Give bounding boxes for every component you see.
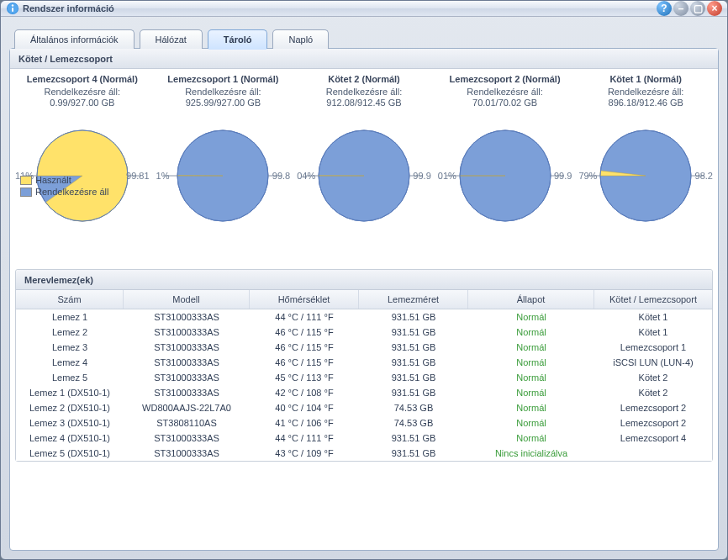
volume-card: Lemezcsoport 2 (Normál) Rendelkezésre ál… <box>438 74 572 259</box>
table-row[interactable]: Lemez 4ST31000333AS46 °C / 115 °F931.51 … <box>16 355 712 370</box>
table-row[interactable]: Lemez 4 (DX510-1)ST31000333AS44 °C / 111… <box>16 431 712 446</box>
hdd-cell-num: Lemez 2 <box>16 325 124 340</box>
volume-status: (Normál) <box>362 74 400 84</box>
hdd-grid-body: Lemez 1ST31000333AS44 °C / 111 °F931.51 … <box>16 309 712 461</box>
hdd-cell-vol: Kötet 2 <box>594 385 712 400</box>
pie-available-pct-label: 99.9 <box>413 171 430 181</box>
volume-available-value: 896.18/912.46 GB <box>578 98 713 108</box>
close-button[interactable]: × <box>707 1 722 16</box>
tab-t-rol-[interactable]: Tároló <box>208 29 268 49</box>
hdd-cell-vol: Kötet 1 <box>594 309 712 325</box>
legend-swatch-available <box>20 188 32 197</box>
hdd-cell-temp: 46 °C / 115 °F <box>250 340 359 355</box>
hdd-cell-model: ST31000333AS <box>124 309 250 325</box>
volume-available-value: 925.99/927.00 GB <box>156 98 291 108</box>
pie-chart: 01% 99.9 <box>438 113 572 239</box>
pie-chart: 79% 98.2 <box>578 113 713 239</box>
tab-panel-storage: Kötet / Lemezcsoport Lemezcsoport 4 (Nor… <box>9 48 719 551</box>
hdd-cell-size: 74.53 GB <box>359 400 468 415</box>
hdd-col-header[interactable]: Hőmérséklet <box>250 290 359 309</box>
hdd-grid-header: SzámModellHőmérsékletLemezméretÁllapotKö… <box>16 290 712 309</box>
svg-rect-2 <box>12 8 13 12</box>
hdd-col-header[interactable]: Állapot <box>468 290 594 309</box>
legend: Használt Rendelkezésre áll <box>20 175 108 198</box>
hdd-cell-num: Lemez 1 (DX510-1) <box>16 385 124 400</box>
hdd-cell-status: Normál <box>468 355 594 370</box>
hdd-cell-status: Normál <box>468 385 594 400</box>
volumes-section-header: Kötet / Lemezcsoport <box>10 49 718 69</box>
hdd-cell-model: ST31000333AS <box>124 325 250 340</box>
hdd-col-header[interactable]: Kötet / Lemezcsoport <box>594 290 712 309</box>
pie-available-pct-label: 99.8 <box>272 171 290 181</box>
hdd-cell-num: Lemez 5 <box>16 370 124 385</box>
hdd-cell-temp: 41 °C / 106 °F <box>250 415 359 431</box>
volume-available-label: Rendelkezésre áll: <box>156 87 291 97</box>
tab-napl-[interactable]: Napló <box>272 29 329 49</box>
hdd-cell-status: Normál <box>468 415 594 431</box>
pie-available-pct-label: 99.81 <box>126 171 150 181</box>
hdd-cell-size: 931.51 GB <box>359 385 468 400</box>
volume-available-label: Rendelkezésre áll: <box>297 87 431 97</box>
table-row[interactable]: Lemez 3ST31000333AS46 °C / 115 °F931.51 … <box>16 340 712 355</box>
legend-swatch-used <box>20 176 32 185</box>
hdd-cell-temp: 43 °C / 109 °F <box>250 446 359 461</box>
hdd-panel: Merevlemez(ek) SzámModellHőmérsékletLeme… <box>15 269 713 462</box>
hdd-cell-temp: 40 °C / 104 °F <box>250 400 359 415</box>
table-row[interactable]: Lemez 2 (DX510-1)WD800AAJS-22L7A040 °C /… <box>16 400 712 415</box>
table-row[interactable]: Lemez 5ST31000333AS45 °C / 113 °F931.51 … <box>16 370 712 385</box>
hdd-cell-model: ST31000333AS <box>124 385 250 400</box>
hdd-cell-model: ST31000333AS <box>124 446 250 461</box>
help-button[interactable]: ? <box>657 1 672 16</box>
hdd-cell-status: Normál <box>468 431 594 446</box>
info-icon <box>6 2 19 15</box>
hdd-col-header[interactable]: Szám <box>16 290 124 309</box>
tab--ltal-nos-inform-ci-k[interactable]: Általános információk <box>14 29 135 49</box>
volume-available-value: 912.08/912.45 GB <box>297 98 431 108</box>
hdd-cell-model: WD800AAJS-22L7A0 <box>124 400 250 415</box>
window-body: Általános információkHálózatTárolóNapló … <box>1 17 727 560</box>
legend-available-label: Rendelkezésre áll <box>35 187 108 197</box>
volume-title: Lemezcsoport 1 (Normál) <box>156 74 291 86</box>
hdd-cell-temp: 46 °C / 115 °F <box>250 355 359 370</box>
pie-chart: 04% 99.9 <box>297 113 431 239</box>
pie-available-pct-label: 99.9 <box>554 171 572 181</box>
hdd-cell-temp: 42 °C / 108 °F <box>250 385 359 400</box>
hdd-cell-temp: 44 °C / 111 °F <box>250 431 359 446</box>
volume-title: Kötet 1 (Normál) <box>578 74 713 86</box>
hdd-cell-model: ST31000333AS <box>124 370 250 385</box>
hdd-cell-size: 931.51 GB <box>359 370 468 385</box>
pie-used-pct-label: 1% <box>156 171 170 181</box>
table-row[interactable]: Lemez 1 (DX510-1)ST31000333AS42 °C / 108… <box>16 385 712 400</box>
hdd-cell-num: Lemez 3 (DX510-1) <box>16 415 124 431</box>
hdd-cell-vol <box>594 446 712 461</box>
legend-used-label: Használt <box>35 175 71 185</box>
hdd-cell-num: Lemez 4 <box>16 355 124 370</box>
tab-h-l-zat[interactable]: Hálózat <box>140 29 203 49</box>
table-row[interactable]: Lemez 5 (DX510-1)ST31000333AS43 °C / 109… <box>16 446 712 461</box>
hdd-col-header[interactable]: Modell <box>124 290 250 309</box>
volume-available-label: Rendelkezésre áll: <box>578 87 713 97</box>
hdd-cell-temp: 46 °C / 115 °F <box>250 325 359 340</box>
titlebar[interactable]: Rendszer információ ? – ▢ × <box>1 1 727 17</box>
volume-status: (Normál) <box>644 74 682 84</box>
hdd-cell-num: Lemez 3 <box>16 340 124 355</box>
hdd-cell-vol: Lemezcsoport 2 <box>594 400 712 415</box>
hdd-cell-model: ST31000333AS <box>124 431 250 446</box>
volumes-pie-row: Lemezcsoport 4 (Normál) Rendelkezésre ál… <box>10 69 718 261</box>
table-row[interactable]: Lemez 2ST31000333AS46 °C / 115 °F931.51 … <box>16 325 712 340</box>
pie-used-pct-label: 79% <box>578 171 597 181</box>
hdd-cell-vol: Kötet 2 <box>594 370 712 385</box>
hdd-cell-status: Normál <box>468 370 594 385</box>
volume-available-label: Rendelkezésre áll: <box>15 87 150 97</box>
volume-status: (Normál) <box>522 74 560 84</box>
hdd-cell-num: Lemez 2 (DX510-1) <box>16 400 124 415</box>
hdd-col-header[interactable]: Lemezméret <box>359 290 468 309</box>
table-row[interactable]: Lemez 1ST31000333AS44 °C / 111 °F931.51 … <box>16 309 712 325</box>
minimize-button[interactable]: – <box>673 1 688 16</box>
hdd-cell-vol: Lemezcsoport 2 <box>594 415 712 431</box>
hdd-cell-size: 931.51 GB <box>359 325 468 340</box>
maximize-button[interactable]: ▢ <box>690 1 705 16</box>
hdd-cell-size: 931.51 GB <box>359 431 468 446</box>
hdd-cell-model: ST31000333AS <box>124 355 250 370</box>
table-row[interactable]: Lemez 3 (DX510-1)ST3808110AS41 °C / 106 … <box>16 415 712 431</box>
